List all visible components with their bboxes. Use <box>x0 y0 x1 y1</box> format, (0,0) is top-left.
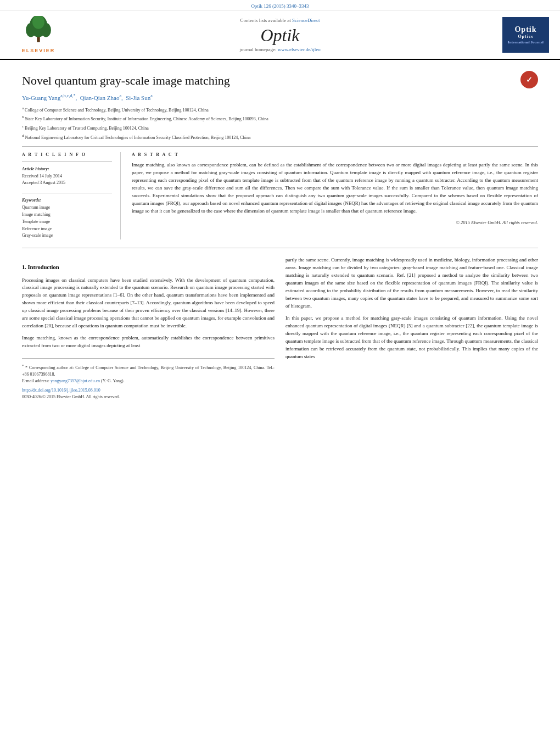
keyword-3: Template image <box>22 219 112 226</box>
journal-homepage: journal homepage: www.elsevier.de/ijleo <box>66 47 494 52</box>
section-divider-1 <box>22 146 538 147</box>
optics-logo-text: Optics <box>518 34 533 39</box>
keyword-4: Reference image <box>22 226 112 233</box>
footnote-star: * * Corresponding author at: College of … <box>22 363 275 378</box>
affiliations: a College of Computer Science and Techno… <box>22 105 538 141</box>
keywords-section: Keywords: Quantum image Image matching T… <box>22 198 112 239</box>
intro-col2-p2: In this paper, we propose a method for m… <box>285 315 538 361</box>
svg-text:✓: ✓ <box>526 75 533 84</box>
title-area: ✓ Novel quantum gray-scale image matchin… <box>22 74 538 88</box>
optik-logo-text: Optik <box>514 25 536 34</box>
keyword-2: Image matching <box>22 211 112 219</box>
intro-heading: 1. Introduction <box>22 263 275 272</box>
copyright-line: © 2015 Elsevier GmbH. All rights reserve… <box>132 220 538 225</box>
authors-line: Yu-Guang Yanga,b,c,d,*, Qian-Qian Zhaoa,… <box>22 93 538 101</box>
intro-p2: Image matching, known as the corresponde… <box>22 334 275 350</box>
info-divider <box>22 161 112 162</box>
journal-bar: Optik 126 (2015) 3340–3343 <box>0 0 560 10</box>
author-sun: Si-Jia Sun <box>126 94 150 101</box>
sun-affil: a <box>150 93 153 98</box>
homepage-url[interactable]: www.elsevier.de/ijleo <box>278 47 321 52</box>
footnote-email: E-mail address: yangyang7357@bjut.edu.cn… <box>22 378 275 384</box>
affil-a: a College of Computer Science and Techno… <box>22 105 538 114</box>
optik-logo-img: Optik Optics International Journal <box>502 17 549 53</box>
yang-affil: a,b,c,d,* <box>60 93 75 98</box>
affil-d: d National Engineering Laboratory for Cr… <box>22 133 538 141</box>
history-title: Article history: <box>22 166 112 171</box>
sciencedirect-url[interactable]: ScienceDirect <box>292 18 320 23</box>
received-date: Received 14 July 2014 <box>22 173 112 180</box>
keywords-title: Keywords: <box>22 198 112 203</box>
section-divider-2 <box>22 248 538 248</box>
abstract-label: A B S T R A C T <box>132 152 538 157</box>
journal-center: Contents lists available at ScienceDirec… <box>66 18 494 52</box>
affil-c: c Beijing Key Laboratory of Trusted Comp… <box>22 124 538 132</box>
optik-logo-box: Optik Optics International Journal <box>494 17 549 53</box>
crossmark-badge: ✓ <box>520 71 538 88</box>
footnote-area: * * Corresponding author at: College of … <box>22 358 275 400</box>
elsevier-logo: ELSEVIER <box>11 16 66 53</box>
abstract-text: Image matching, also known as correspond… <box>132 161 538 215</box>
email-link[interactable]: yangyang7357@bjut.edu.cn <box>51 378 100 383</box>
keyword-5: Gray-scale image <box>22 232 112 239</box>
author-yang: Yu-Guang Yang <box>22 94 60 101</box>
article-info-col: A R T I C L E I N F O Article history: R… <box>22 152 121 239</box>
optik-logo-sub: International Journal <box>508 40 544 44</box>
journal-name: Optik <box>66 25 494 46</box>
body-columns: 1. Introduction Processing images on cla… <box>22 254 538 403</box>
intro-col2-p1: partly the same scene. Currently, image … <box>285 256 538 310</box>
zhao-affil: a <box>119 93 121 98</box>
crossmark-icon: ✓ <box>520 71 538 88</box>
doi-link[interactable]: http://dx.doi.org/10.1016/j.ijleo.2015.0… <box>22 388 100 393</box>
author-zhao: Qian-Qian Zhao <box>80 94 120 101</box>
accepted-date: Accepted 3 August 2015 <box>22 180 112 186</box>
intro-p1: Processing images on classical computers… <box>22 277 275 331</box>
journal-header: ELSEVIER Contents lists available at Sci… <box>0 10 560 60</box>
doi-line: http://dx.doi.org/10.1016/j.ijleo.2015.0… <box>22 387 275 394</box>
affil-b: b State Key Laboratory of Information Se… <box>22 114 538 122</box>
journal-volume-label: Optik 126 (2015) 3340–3343 <box>251 3 309 9</box>
body-col-right: partly the same scene. Currently, image … <box>285 256 538 400</box>
keyword-1: Quantum image <box>22 204 112 211</box>
issn-line: 0030-4026/© 2015 Elsevier GmbH. All righ… <box>22 394 275 400</box>
keywords-divider <box>22 193 112 193</box>
body-col-left: 1. Introduction Processing images on cla… <box>22 256 275 400</box>
article-title: Novel quantum gray-scale image matching <box>22 74 538 88</box>
sciencedirect-link: Contents lists available at ScienceDirec… <box>66 18 494 23</box>
article-history: Article history: Received 14 July 2014 A… <box>22 166 112 186</box>
article-info-label: A R T I C L E I N F O <box>22 152 112 157</box>
abstract-col: A B S T R A C T Image matching, also kno… <box>132 152 538 239</box>
elsevier-tree-icon <box>22 16 55 46</box>
article-content: ✓ Novel quantum gray-scale image matchin… <box>0 60 560 411</box>
page-wrapper: Optik 126 (2015) 3340–3343 ELSEVIER Cont… <box>0 0 560 742</box>
info-abstract-area: A R T I C L E I N F O Article history: R… <box>22 152 538 239</box>
elsevier-label: ELSEVIER <box>22 48 55 53</box>
